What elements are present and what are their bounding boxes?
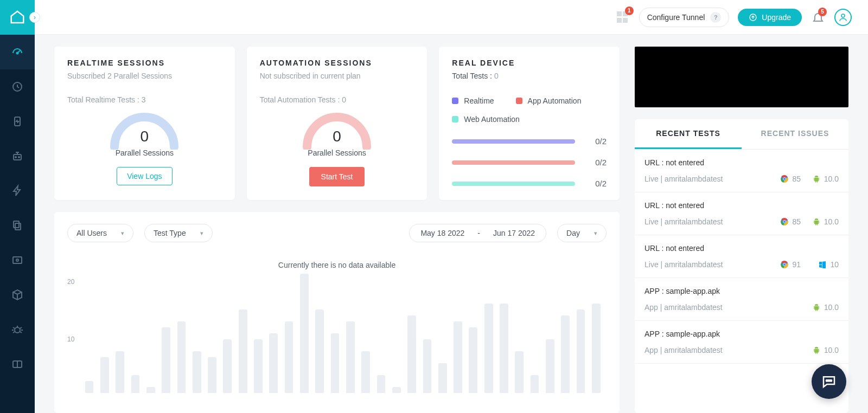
- nav-battery[interactable]: [0, 104, 35, 139]
- test-url: URL : not entered: [644, 158, 839, 167]
- notif-badge: 5: [818, 8, 827, 16]
- avatar-button[interactable]: [834, 9, 852, 26]
- nav-copy[interactable]: [0, 208, 35, 243]
- os-info: 10: [801, 260, 839, 269]
- browser-info: 85: [763, 217, 801, 226]
- activity-bar-chart: [79, 274, 607, 393]
- gauge-label: Parallel Sessions: [260, 149, 414, 157]
- logo[interactable]: ›: [0, 0, 35, 35]
- svg-point-27: [828, 380, 830, 382]
- svg-point-28: [831, 380, 832, 382]
- tab-recent-issues[interactable]: RECENT ISSUES: [742, 119, 848, 149]
- user-icon: [838, 12, 848, 22]
- test-meta: Live | amritalambdatest: [644, 217, 763, 226]
- date-range[interactable]: May 18 2022-Jun 17 2022: [409, 224, 546, 242]
- automation-sessions-card: AUTOMATION SESSIONS Not subscribed in cu…: [247, 47, 427, 200]
- nav-cube[interactable]: [0, 278, 35, 312]
- nav-bug[interactable]: [0, 312, 35, 347]
- test-meta: Live | amritalambdatest: [644, 175, 763, 183]
- nav-bolt[interactable]: [0, 173, 35, 208]
- bar-appauto: 0/2: [452, 158, 607, 167]
- realtime-sessions-card: REALTIME SESSIONS Subscribed 2 Parallel …: [54, 47, 235, 200]
- chevron-down-icon: ▾: [121, 230, 124, 237]
- test-item[interactable]: APP : sample-app.apkApp | amritalambdate…: [635, 321, 848, 364]
- filter-interval[interactable]: Day▾: [557, 224, 607, 242]
- view-logs-button[interactable]: View Logs: [117, 167, 172, 185]
- test-url: APP : sample-app.apk: [644, 287, 839, 295]
- apps-grid-button[interactable]: 1: [615, 10, 630, 25]
- svg-point-10: [15, 327, 20, 333]
- upgrade-icon: [749, 13, 757, 22]
- upgrade-label: Upgrade: [762, 13, 791, 22]
- svg-point-21: [783, 221, 786, 223]
- gauge-label: Parallel Sessions: [67, 149, 222, 157]
- card-stat: Total Realtime Tests : 3: [67, 95, 222, 104]
- nav-history[interactable]: [0, 69, 35, 104]
- promo-banner[interactable]: [635, 47, 848, 107]
- svg-rect-8: [13, 257, 22, 263]
- sidebar: ›: [0, 0, 35, 413]
- tab-recent-tests[interactable]: RECENT TESTS: [635, 119, 742, 149]
- card-title: REALTIME SESSIONS: [67, 59, 222, 67]
- test-item[interactable]: APP : sample-app.apkApp | amritalambdate…: [635, 278, 848, 321]
- test-url: URL : not entered: [644, 201, 839, 210]
- test-item[interactable]: URL : not enteredLive | amritalambdatest…: [635, 235, 848, 278]
- svg-point-13: [841, 14, 845, 17]
- real-device-card: REAL DEVICE Total Tests : 0 Realtime App…: [439, 47, 620, 200]
- os-info: 10.0: [801, 303, 839, 312]
- legend-webauto: Web Automation: [452, 115, 519, 124]
- activity-chart-card: All Users▾ Test Type▾ May 18 2022-Jun 17…: [54, 212, 620, 413]
- test-meta: App | amritalambdatest: [644, 346, 763, 354]
- chevron-down-icon: ▾: [200, 230, 203, 237]
- nav-dashboard[interactable]: [0, 35, 35, 69]
- help-icon: ?: [710, 12, 721, 23]
- card-stat: Total Automation Tests : 0: [260, 95, 414, 104]
- chat-fab[interactable]: [812, 364, 846, 399]
- browser-info: 85: [763, 175, 801, 183]
- svg-point-26: [826, 380, 828, 382]
- svg-point-0: [17, 53, 18, 54]
- filter-users[interactable]: All Users▾: [67, 224, 133, 242]
- svg-point-5: [18, 157, 20, 158]
- svg-point-4: [15, 157, 16, 158]
- chat-icon: [821, 373, 837, 390]
- notifications-button[interactable]: 5: [810, 10, 826, 25]
- bar-realtime: 0/2: [452, 137, 607, 146]
- test-url: URL : not entered: [644, 244, 839, 253]
- sidebar-expand-icon[interactable]: ›: [29, 12, 40, 23]
- nav-eye[interactable]: [0, 243, 35, 278]
- test-item[interactable]: URL : not enteredLive | amritalambdatest…: [635, 192, 848, 235]
- chevron-down-icon: ▾: [594, 230, 597, 237]
- svg-point-9: [16, 259, 18, 261]
- test-meta: App | amritalambdatest: [644, 303, 763, 312]
- os-info: 10.0: [801, 217, 839, 226]
- test-url: APP : sample-app.apk: [644, 330, 839, 338]
- test-meta: Live | amritalambdatest: [644, 260, 763, 269]
- card-title: AUTOMATION SESSIONS: [260, 59, 414, 67]
- svg-point-25: [783, 263, 786, 266]
- card-sub: Subscribed 2 Parallel Sessions: [67, 72, 222, 80]
- os-info: 10.0: [801, 175, 839, 183]
- chart-empty-message: Currently there is no data available: [67, 261, 607, 269]
- apps-badge: 1: [625, 7, 634, 15]
- topbar: 1 Configure Tunnel ? Upgrade 5: [35, 0, 868, 35]
- start-test-button[interactable]: Start Test: [309, 167, 365, 186]
- test-item[interactable]: URL : not enteredLive | amritalambdatest…: [635, 150, 848, 192]
- configure-tunnel-button[interactable]: Configure Tunnel ?: [639, 8, 730, 27]
- upgrade-button[interactable]: Upgrade: [738, 9, 802, 26]
- legend-realtime: Realtime: [452, 96, 494, 105]
- filter-type[interactable]: Test Type▾: [144, 224, 213, 242]
- chart-y-axis: 20 10: [67, 274, 79, 393]
- card-sub: Total Tests : 0: [452, 72, 607, 80]
- card-sub: Not subscribed in current plan: [260, 72, 414, 80]
- svg-point-17: [783, 178, 786, 180]
- nav-compare[interactable]: [0, 347, 35, 382]
- gauge-value: 0: [260, 128, 414, 145]
- card-title: REAL DEVICE: [452, 59, 607, 67]
- os-info: 10.0: [801, 346, 839, 354]
- gauge-value: 0: [67, 128, 222, 145]
- nav-robot[interactable]: [0, 139, 35, 173]
- configure-label: Configure Tunnel: [647, 13, 705, 22]
- svg-rect-6: [15, 223, 21, 230]
- bar-webauto: 0/2: [452, 179, 607, 188]
